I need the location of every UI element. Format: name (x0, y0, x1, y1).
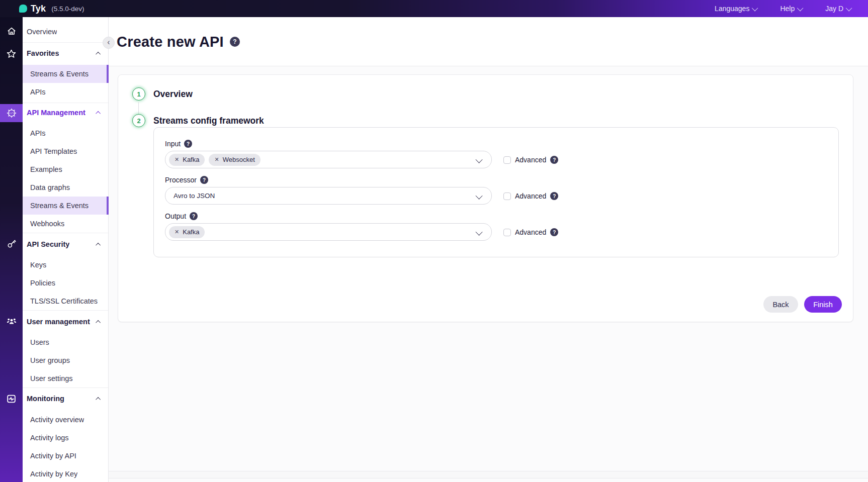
sidebar-divider (23, 103, 108, 103)
help-menu[interactable]: Help (780, 5, 803, 13)
processor-advanced-row: Advanced (503, 192, 558, 200)
sidebar-section-monitoring[interactable]: Monitoring (23, 390, 109, 408)
sidebar-item-api-templates[interactable]: API Templates (23, 142, 109, 160)
sidebar-item-keys[interactable]: Keys (23, 256, 109, 274)
rail-monitoring-button[interactable] (0, 390, 23, 408)
sidebar-section-favorites[interactable]: Favorites (23, 44, 109, 62)
sidebar-item-streams-events[interactable]: Streams & Events (23, 197, 109, 215)
rail-favorites-button[interactable] (0, 45, 23, 63)
topbar: Tyk (5.5.0-dev) Languages Help Jay D (0, 0, 868, 17)
chevron-up-icon (96, 111, 101, 116)
output-tag-kafka[interactable]: Kafka (169, 226, 205, 238)
page-help-icon[interactable] (230, 37, 240, 47)
input-select[interactable]: Kafka Websocket (165, 151, 492, 168)
input-tag-kafka[interactable]: Kafka (169, 154, 205, 166)
sidebar-item-overview[interactable]: Overview (23, 23, 109, 41)
sidebar-item-examples[interactable]: Examples (23, 160, 109, 178)
chevron-up-icon (96, 320, 101, 325)
wizard-step-1: 1 Overview (132, 87, 193, 101)
step-1-label: Overview (153, 89, 193, 100)
advanced-help-icon[interactable] (550, 228, 558, 236)
sidebar-item-policies[interactable]: Policies (23, 274, 109, 292)
processor-select[interactable]: Avro to JSON (165, 187, 492, 205)
sidebar-item-user-settings[interactable]: User settings (23, 369, 109, 388)
api-security-key-icon (7, 239, 17, 249)
back-button[interactable]: Back (763, 296, 798, 313)
processor-label: Processor (165, 176, 197, 184)
sidebar-item-users[interactable]: Users (23, 333, 109, 351)
sidebar-item-apis[interactable]: APIs (23, 124, 109, 142)
processor-value: Avro to JSON (169, 192, 215, 200)
rail-api-security-button[interactable] (0, 235, 23, 253)
chevron-up-icon (96, 51, 101, 56)
advanced-help-icon[interactable] (550, 156, 558, 164)
user-management-icon (6, 316, 17, 327)
chevron-up-icon (96, 397, 101, 402)
sidebar-item-activity-logs[interactable]: Activity logs (23, 429, 109, 447)
advanced-label: Advanced (515, 192, 546, 200)
api-management-icon: </> (6, 108, 17, 119)
step-1-badge: 1 (132, 87, 145, 101)
step-connector-line (138, 102, 139, 114)
sidebar-divider (23, 388, 108, 388)
sidebar-item-favorites-streams-events[interactable]: Streams & Events (23, 65, 109, 83)
remove-tag-icon[interactable] (214, 156, 219, 163)
select-chevron-icon (476, 229, 483, 236)
chevron-down-icon (846, 5, 852, 11)
advanced-help-icon[interactable] (550, 192, 558, 200)
page-header: Create new API (109, 17, 868, 66)
sidebar-divider (23, 42, 108, 43)
sidebar-item-activity-overview[interactable]: Activity overview (23, 411, 109, 429)
select-chevron-icon (476, 192, 483, 200)
input-advanced-checkbox[interactable] (503, 156, 511, 164)
topbar-menu: Languages Help Jay D (715, 5, 852, 13)
languages-menu[interactable]: Languages (715, 5, 758, 13)
sidebar-item-data-graphs[interactable]: Data graphs (23, 178, 109, 197)
sidebar: Overview Favorites Streams & Events APIs… (23, 17, 109, 482)
input-help-icon[interactable] (184, 140, 192, 148)
processor-help-icon[interactable] (200, 176, 208, 184)
rail-api-management-button[interactable]: </> (0, 104, 23, 122)
chevron-down-icon (752, 5, 758, 11)
footer-strip (109, 471, 868, 478)
sidebar-item-user-groups[interactable]: User groups (23, 351, 109, 369)
sidebar-item-tls-ssl-certificates[interactable]: TLS/SSL Certificates (23, 292, 109, 310)
remove-tag-icon[interactable] (175, 229, 179, 235)
create-api-wizard-card: 1 Overview 2 Streams config framework In… (118, 74, 853, 322)
user-menu[interactable]: Jay D (825, 5, 852, 13)
sidebar-item-favorites-apis[interactable]: APIs (23, 83, 109, 101)
tyk-logo-icon (19, 5, 27, 13)
icon-rail: </> (0, 17, 23, 482)
finish-button[interactable]: Finish (804, 296, 842, 313)
output-help-icon[interactable] (190, 212, 198, 220)
sidebar-item-activity-by-api[interactable]: Activity by API (23, 447, 109, 465)
output-select[interactable]: Kafka (165, 223, 492, 241)
page-title-row: Create new API (117, 17, 240, 66)
output-advanced-row: Advanced (503, 228, 558, 236)
sidebar-item-webhooks[interactable]: Webhooks (23, 215, 109, 233)
streams-config-form: Input Kafka Websocket Advanced Processor (153, 127, 839, 257)
output-advanced-checkbox[interactable] (503, 229, 511, 236)
rail-user-management-button[interactable] (0, 312, 23, 330)
user-label: Jay D (825, 5, 843, 13)
version-label: (5.5.0-dev) (51, 5, 84, 13)
sidebar-section-api-management[interactable]: API Management (23, 104, 109, 122)
input-label: Input (165, 140, 181, 148)
advanced-label: Advanced (515, 156, 546, 164)
processor-advanced-checkbox[interactable] (503, 192, 511, 200)
advanced-label: Advanced (515, 228, 546, 236)
rail-home-button[interactable] (0, 22, 23, 40)
processor-field-label-row: Processor (165, 176, 208, 184)
sidebar-item-activity-by-key[interactable]: Activity by Key (23, 465, 109, 482)
sidebar-collapse-button[interactable] (103, 37, 115, 49)
input-tag-websocket[interactable]: Websocket (209, 154, 260, 166)
sidebar-section-user-management[interactable]: User management (23, 313, 109, 331)
tyk-logo[interactable]: Tyk (19, 4, 46, 14)
brand-name: Tyk (31, 4, 46, 14)
svg-text:</>: </> (9, 112, 14, 115)
chevron-up-icon (96, 242, 101, 247)
page-title: Create new API (117, 34, 224, 50)
remove-tag-icon[interactable] (175, 156, 179, 163)
sidebar-divider (23, 310, 108, 311)
sidebar-section-api-security[interactable]: API Security (23, 235, 109, 253)
